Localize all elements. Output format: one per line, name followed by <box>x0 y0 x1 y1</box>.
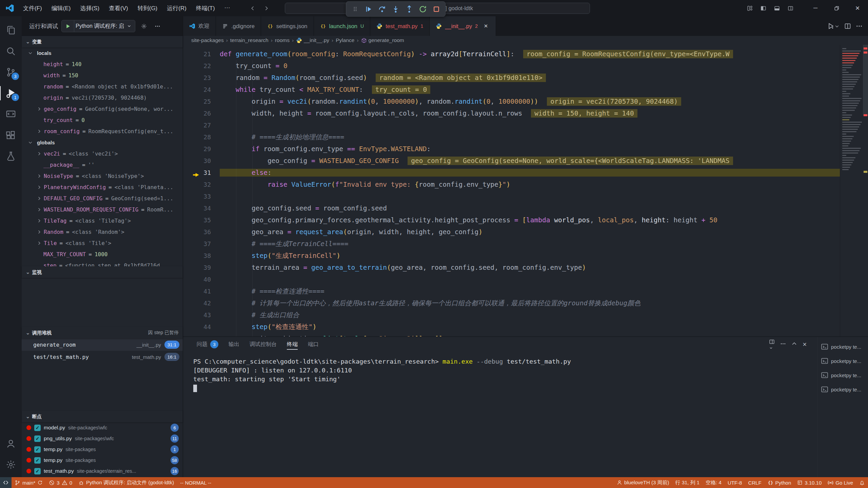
menu-item[interactable]: 编辑(E) <box>47 3 75 14</box>
tab-[interactable]: 欢迎 <box>183 16 216 36</box>
close-icon[interactable]: ✕ <box>482 22 490 30</box>
restore-icon[interactable] <box>826 0 847 16</box>
variable-row[interactable]: height=140 <box>22 59 183 70</box>
panel-tab-终端[interactable]: 终端 <box>283 337 302 352</box>
variables-section-header[interactable]: ⌄变量 <box>22 36 183 47</box>
terminal-instance-row[interactable]: pocketpy te... <box>817 368 868 382</box>
go-live[interactable]: Go Live <box>825 477 856 488</box>
terminal-instance-row[interactable]: pocketpy te... <box>817 382 868 396</box>
panel-close-icon[interactable]: ✕ <box>803 341 807 348</box>
eol[interactable]: CRLF <box>745 477 764 488</box>
customize-layout-icon[interactable] <box>744 2 755 14</box>
variable-row[interactable]: DEFAULT_GEO_CONFIG=GeoConfig(seed=1... <box>22 193 183 204</box>
cursor-position[interactable]: 行 31, 列 1 <box>672 477 703 488</box>
split-editor-icon[interactable] <box>844 23 851 29</box>
panel-tab-调试控制台[interactable]: 调试控制台 <box>245 337 281 352</box>
stop-icon[interactable] <box>430 3 442 15</box>
activity-extensions-icon[interactable] <box>0 125 22 146</box>
breakpoints-section-header[interactable]: ⌄断点 <box>22 411 183 422</box>
toggle-secondary-sidebar-icon[interactable] <box>785 2 796 14</box>
menu-item[interactable]: 选择(S) <box>76 3 103 14</box>
variable-row[interactable]: Tile=<class 'Tile'> <box>22 238 183 249</box>
terminal-instance-row[interactable]: pocketpy te... <box>817 354 868 368</box>
gitlens-author[interactable]: blueloveTH (3 周前) <box>614 477 672 488</box>
indentation[interactable]: 空格: 4 <box>703 477 725 488</box>
watch-section-header[interactable]: ⌄监视 <box>22 266 183 278</box>
step-out-icon[interactable] <box>403 3 415 15</box>
code-editor[interactable]: 2021def generate_room(room_config: RoomR… <box>183 45 868 337</box>
minimize-icon[interactable]: ─ <box>805 0 826 16</box>
overview-ruler[interactable] <box>863 45 868 337</box>
activity-source-control-icon[interactable]: 3 <box>0 62 22 83</box>
panel-maximize-icon[interactable] <box>791 341 797 348</box>
variables-scope-row[interactable]: globals <box>22 137 183 148</box>
continue-icon[interactable] <box>362 3 375 15</box>
breakpoint-row[interactable]: ✓temp.pysite-packages58 <box>22 455 183 466</box>
start-debug-icon[interactable] <box>62 20 74 32</box>
python-version[interactable]: 3.10.10 <box>794 477 825 488</box>
problems[interactable]: 30 <box>46 477 75 488</box>
breakpoint-checkbox[interactable]: ✓ <box>34 457 41 464</box>
tab-.gdignore[interactable]: .gdignore <box>216 16 261 36</box>
activity-files-icon[interactable] <box>0 20 22 41</box>
activity-account-icon[interactable] <box>0 433 22 454</box>
breakpoint-checkbox[interactable]: ✓ <box>34 446 41 453</box>
menu-item[interactable]: 查看(V) <box>105 3 132 14</box>
variables-scope-row[interactable]: locals <box>22 47 183 59</box>
menu-item[interactable]: 终端(T) <box>192 3 219 14</box>
close-window-icon[interactable]: ✕ <box>847 0 868 16</box>
toggle-panel-icon[interactable] <box>771 2 783 14</box>
drag-grip-icon[interactable] <box>349 3 361 15</box>
activity-search-icon[interactable] <box>0 41 22 62</box>
tab-__init__.py[interactable]: __init__.py2✕ <box>430 16 496 36</box>
activity-settings-gear-icon[interactable] <box>0 454 22 475</box>
panel-more-icon[interactable] <box>780 341 786 348</box>
vim-mode[interactable]: -- NORMAL -- <box>177 477 214 488</box>
more-actions-icon[interactable] <box>856 23 863 29</box>
debug-settings-gear-icon[interactable] <box>139 21 149 31</box>
tab-settings.json[interactable]: {}settings.json <box>261 16 314 36</box>
terminal-output[interactable]: PS C:\computer_science\godot-ldtk\site-p… <box>183 352 817 477</box>
panel-layout-icon[interactable] <box>769 339 775 350</box>
variable-row[interactable]: step=<function step at 0x1bf8d716d... <box>22 260 183 266</box>
breakpoint-row[interactable]: ✓png_utils.pysite-packages\wfc11 <box>22 433 183 444</box>
nav-back-icon[interactable] <box>248 3 258 13</box>
variable-row[interactable]: __package__='' <box>22 159 183 170</box>
variable-row[interactable]: Random=<class 'Random'> <box>22 226 183 238</box>
variable-row[interactable]: TileTag=<class 'TileTag'> <box>22 215 183 226</box>
variable-row[interactable]: NoiseType=<class 'NoiseType'> <box>22 170 183 182</box>
variable-row[interactable]: random=<Random object at 0x1bf9d01e... <box>22 81 183 92</box>
more-actions-icon[interactable] <box>152 21 162 31</box>
restart-icon[interactable] <box>417 3 429 15</box>
stack-frame-row[interactable]: generate_room__init__.py31:1 <box>22 339 183 351</box>
variable-row[interactable]: PlanetaryWindConfig=<class 'Planeta... <box>22 182 183 193</box>
variable-row[interactable]: try_count=0 <box>22 115 183 126</box>
menu-item[interactable]: 运行(R) <box>163 3 191 14</box>
breadcrumb-item[interactable]: rooms <box>275 37 290 43</box>
activity-run-debug-icon[interactable]: 1 <box>0 83 22 104</box>
step-into-icon[interactable] <box>390 3 402 15</box>
activity-testing-icon[interactable] <box>0 146 22 167</box>
panel-tab-端口[interactable]: 端口 <box>304 337 323 352</box>
stack-frame-row[interactable]: test/test_math.pytest_math.py16:1 <box>22 351 183 363</box>
breadcrumb-item[interactable]: site-packages <box>191 37 224 43</box>
breakpoint-checkbox[interactable]: ✓ <box>34 468 41 474</box>
variable-row[interactable]: room_config=RoomRequestConfig(env_t... <box>22 126 183 137</box>
breadcrumb-item[interactable]: __init__.py <box>296 37 329 43</box>
run-python-file-icon[interactable] <box>827 22 840 30</box>
panel-tab-输出[interactable]: 输出 <box>224 337 243 352</box>
debug-config-select[interactable]: Python 调试程序: 启 <box>74 20 135 32</box>
breadcrumb-item[interactable]: generate_room <box>361 37 404 43</box>
variable-row[interactable]: origin=vec2i(7205730, 9024468) <box>22 92 183 103</box>
activity-remote-explorer-icon[interactable] <box>0 104 22 125</box>
breakpoint-checkbox[interactable]: ✓ <box>34 425 41 431</box>
tab-test_math.py[interactable]: test_math.py1 <box>370 16 430 36</box>
panel-tab-问题[interactable]: 问题3 <box>193 337 222 352</box>
breakpoint-row[interactable]: ✓model.pysite-packages\wfc6 <box>22 422 183 433</box>
notifications[interactable] <box>856 477 868 488</box>
menu-item[interactable]: ··· <box>220 3 234 14</box>
variable-row[interactable]: geo_config=GeoConfig(seed=None, wor... <box>22 103 183 115</box>
terminal-instance-row[interactable]: pocketpy te... <box>817 340 868 354</box>
menu-item[interactable]: 转到(G) <box>134 3 162 14</box>
nav-forward-icon[interactable] <box>261 3 272 13</box>
